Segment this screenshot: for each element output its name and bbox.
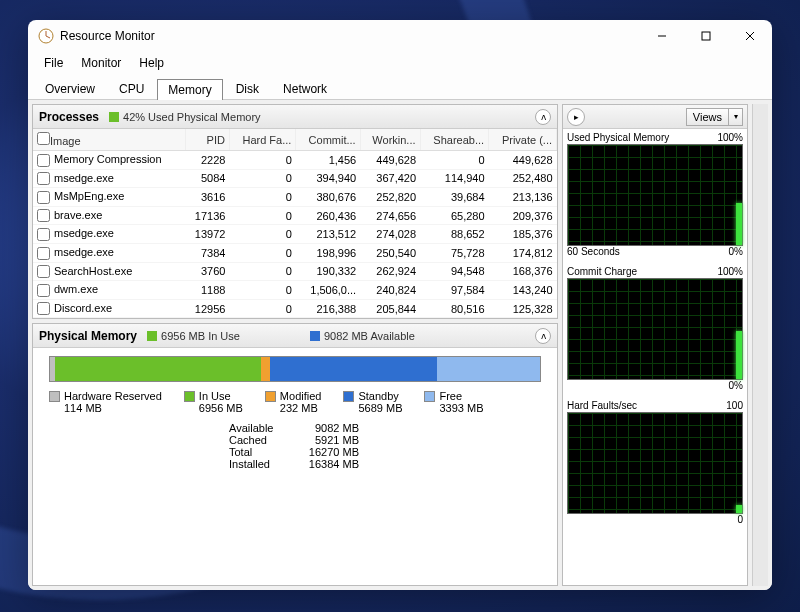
mem-segment-standby — [270, 357, 437, 381]
memory-stats: Available9082 MBCached5921 MBTotal16270 … — [229, 422, 541, 470]
table-row[interactable]: brave.exe171360260,436274,65665,280209,3… — [33, 206, 557, 225]
window-title: Resource Monitor — [60, 29, 155, 43]
graph-play-button[interactable]: ▸ — [567, 108, 585, 126]
graphs-panel: ▸ Views ▾ Used Physical Memory100%60 Sec… — [562, 104, 748, 586]
graph-block: Hard Faults/sec1000 — [563, 397, 747, 531]
graph-canvas — [567, 144, 743, 246]
legend-item: Hardware Reserved114 MB — [49, 390, 162, 414]
legend-item: Free3393 MB — [424, 390, 483, 414]
table-row[interactable]: Discord.exe129560216,388205,84480,516125… — [33, 299, 557, 318]
processes-header[interactable]: Processes 42% Used Physical Memory ʌ — [33, 105, 557, 129]
views-dropdown-icon[interactable]: ▾ — [729, 108, 743, 126]
inuse-swatch-icon — [109, 112, 119, 122]
graph-title: Hard Faults/sec — [567, 400, 637, 411]
table-row[interactable]: Memory Compression222801,456449,6280449,… — [33, 151, 557, 170]
column-header[interactable]: Image — [33, 129, 185, 151]
mem-stat-row: Installed16384 MB — [229, 458, 541, 470]
table-row[interactable]: SearchHost.exe37600190,332262,92494,5481… — [33, 262, 557, 281]
graph-title: Used Physical Memory — [567, 132, 669, 143]
collapse-physmem-button[interactable]: ʌ — [535, 328, 551, 344]
tab-overview[interactable]: Overview — [34, 78, 106, 99]
row-checkbox[interactable] — [37, 228, 50, 241]
minimize-button[interactable] — [640, 20, 684, 52]
graph-max: 100% — [717, 132, 743, 143]
svg-rect-2 — [702, 32, 710, 40]
column-header[interactable]: Workin... — [360, 129, 420, 151]
resource-monitor-window: Resource Monitor FileMonitorHelp Overvie… — [28, 20, 772, 590]
maximize-button[interactable] — [684, 20, 728, 52]
processes-stat: 42% Used Physical Memory — [123, 111, 261, 123]
table-row[interactable]: MsMpEng.exe36160380,676252,82039,684213,… — [33, 188, 557, 207]
legend-item: Modified232 MB — [265, 390, 322, 414]
app-icon — [38, 28, 54, 44]
row-checkbox[interactable] — [37, 191, 50, 204]
legend-item: Standby5689 MB — [343, 390, 402, 414]
tab-disk[interactable]: Disk — [225, 78, 270, 99]
processes-section: Processes 42% Used Physical Memory ʌ Ima… — [32, 104, 558, 319]
row-checkbox[interactable] — [37, 265, 50, 278]
processes-table[interactable]: ImagePIDHard Fa...Commit...Workin...Shar… — [33, 129, 557, 318]
physical-memory-title: Physical Memory — [39, 329, 137, 343]
row-checkbox[interactable] — [37, 154, 50, 167]
legend-item: In Use6956 MB — [184, 390, 243, 414]
graph-max: 100% — [717, 266, 743, 277]
physical-memory-header[interactable]: Physical Memory 6956 MB In Use 9082 MB A… — [33, 324, 557, 348]
mem-stat-row: Available9082 MB — [229, 422, 541, 434]
processes-title: Processes — [39, 110, 99, 124]
mem-stat-row: Cached5921 MB — [229, 434, 541, 446]
row-checkbox[interactable] — [37, 247, 50, 260]
mem-segment-free — [437, 357, 540, 381]
graph-canvas — [567, 412, 743, 514]
select-all-checkbox[interactable] — [37, 132, 50, 145]
in-use-stat: 6956 MB In Use — [161, 330, 240, 342]
table-row[interactable]: msedge.exe139720213,512274,02888,652185,… — [33, 225, 557, 244]
menu-monitor[interactable]: Monitor — [73, 54, 129, 72]
close-button[interactable] — [728, 20, 772, 52]
menu-file[interactable]: File — [36, 54, 71, 72]
available-swatch-icon — [310, 331, 320, 341]
mem-segment-in-use — [55, 357, 261, 381]
table-row[interactable]: dwm.exe118801,506,0...240,82497,584143,2… — [33, 281, 557, 300]
column-header[interactable]: Hard Fa... — [229, 129, 295, 151]
graph-canvas — [567, 278, 743, 380]
tab-network[interactable]: Network — [272, 78, 338, 99]
tab-memory[interactable]: Memory — [157, 79, 222, 100]
graph-block: Commit Charge100%0% — [563, 263, 747, 397]
titlebar[interactable]: Resource Monitor — [28, 20, 772, 52]
physical-memory-section: Physical Memory 6956 MB In Use 9082 MB A… — [32, 323, 558, 586]
tab-cpu[interactable]: CPU — [108, 78, 155, 99]
row-checkbox[interactable] — [37, 302, 50, 315]
collapse-processes-button[interactable]: ʌ — [535, 109, 551, 125]
table-row[interactable]: msedge.exe73840198,996250,54075,728174,8… — [33, 243, 557, 262]
graph-title: Commit Charge — [567, 266, 637, 277]
row-checkbox[interactable] — [37, 284, 50, 297]
mem-segment-modified — [261, 357, 271, 381]
row-checkbox[interactable] — [37, 172, 50, 185]
column-header[interactable]: PID — [185, 129, 229, 151]
graph-max: 100 — [726, 400, 743, 411]
menubar: FileMonitorHelp — [28, 52, 772, 74]
available-stat: 9082 MB Available — [324, 330, 415, 342]
inuse-swatch-icon — [147, 331, 157, 341]
scrollbar[interactable] — [752, 104, 768, 586]
column-header[interactable]: Shareab... — [420, 129, 489, 151]
graph-block: Used Physical Memory100%60 Seconds0% — [563, 129, 747, 263]
column-header[interactable]: Commit... — [296, 129, 360, 151]
mem-stat-row: Total16270 MB — [229, 446, 541, 458]
views-button[interactable]: Views — [686, 108, 729, 126]
tabbar: OverviewCPUMemoryDiskNetwork — [28, 74, 772, 100]
menu-help[interactable]: Help — [131, 54, 172, 72]
memory-usage-bar — [49, 356, 541, 382]
table-row[interactable]: msedge.exe50840394,940367,420114,940252,… — [33, 169, 557, 188]
row-checkbox[interactable] — [37, 209, 50, 222]
column-header[interactable]: Private (... — [489, 129, 557, 151]
memory-legend: Hardware Reserved114 MBIn Use6956 MBModi… — [49, 390, 541, 414]
